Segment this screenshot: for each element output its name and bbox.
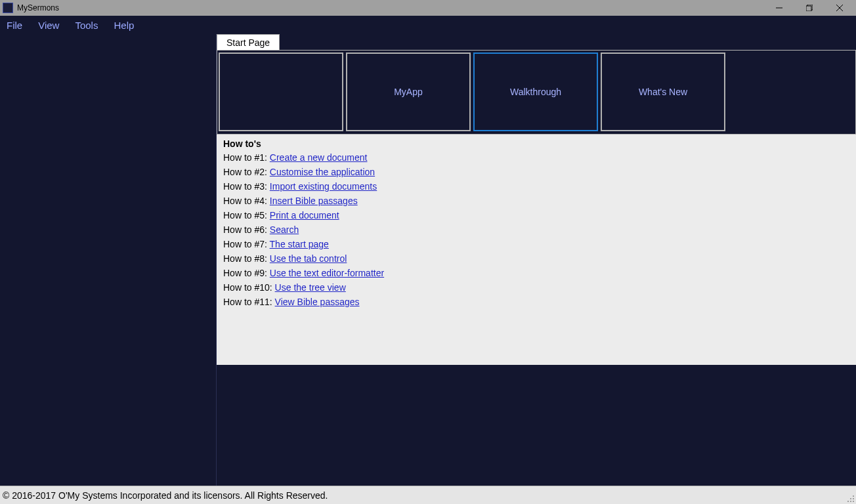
howto-item-label: How to #4: bbox=[223, 196, 270, 206]
close-button[interactable] bbox=[824, 0, 855, 16]
resize-grip[interactable] bbox=[847, 495, 855, 503]
howto-item: How to #1: Create a new document bbox=[223, 150, 849, 165]
howto-list: How to #1: Create a new document How to … bbox=[217, 150, 856, 313]
window-title: MySermons bbox=[17, 3, 59, 12]
howto-item-label: How to #6: bbox=[223, 224, 270, 235]
close-icon bbox=[836, 5, 843, 11]
svg-rect-2 bbox=[806, 6, 811, 11]
howto-link-create-document[interactable]: Create a new document bbox=[270, 152, 368, 163]
svg-point-10 bbox=[853, 495, 854, 497]
svg-point-8 bbox=[847, 501, 849, 502]
status-bar: © 2016-2017 O'My Systems Incorporated an… bbox=[0, 486, 856, 504]
tab-label: Start Page bbox=[226, 37, 270, 48]
menu-tools[interactable]: Tools bbox=[75, 20, 98, 31]
howto-item-label: How to #9: bbox=[223, 268, 270, 278]
howto-panel: How to's How to #1: Create a new documen… bbox=[217, 134, 856, 365]
howto-item: How to #7: The start page bbox=[223, 237, 849, 251]
howto-link-print-document[interactable]: Print a document bbox=[270, 210, 339, 220]
minimize-button[interactable] bbox=[764, 0, 794, 16]
howto-item: How to #8: Use the tab control bbox=[223, 251, 849, 266]
card-myapp[interactable]: MyApp bbox=[346, 52, 471, 131]
howto-link-customise-application[interactable]: Customise the application bbox=[270, 167, 375, 177]
content-bottom-panel bbox=[217, 365, 856, 486]
howto-item-label: How to #2: bbox=[223, 167, 270, 177]
howto-item-label: How to #11: bbox=[223, 297, 275, 307]
menu-view[interactable]: View bbox=[38, 20, 59, 31]
howto-item: How to #3: Import existing documents bbox=[223, 179, 849, 194]
howto-link-use-tree-view[interactable]: Use the tree view bbox=[275, 282, 346, 293]
howto-item: How to #9: Use the text editor-formatter bbox=[223, 266, 849, 280]
howto-item-label: How to #3: bbox=[223, 181, 270, 192]
card-label: What's New bbox=[639, 87, 687, 97]
maximize-icon bbox=[806, 5, 813, 11]
howto-item-label: How to #7: bbox=[223, 239, 270, 249]
maximize-button[interactable] bbox=[794, 0, 824, 16]
card-label: MyApp bbox=[394, 87, 423, 97]
howto-link-start-page[interactable]: The start page bbox=[270, 239, 329, 249]
card-blank[interactable] bbox=[219, 52, 343, 131]
content-area: Start Page MyApp Walkthrough What's New … bbox=[217, 34, 856, 486]
menu-help[interactable]: Help bbox=[114, 20, 134, 31]
howto-link-insert-bible-passages[interactable]: Insert Bible passages bbox=[270, 196, 358, 206]
window-controls bbox=[764, 0, 855, 16]
svg-point-6 bbox=[850, 501, 851, 502]
howto-item: How to #5: Print a document bbox=[223, 208, 849, 222]
howto-item: How to #2: Customise the application bbox=[223, 165, 849, 179]
card-label: Walkthrough bbox=[510, 87, 561, 97]
howto-item: How to #11: View Bible passages bbox=[223, 295, 849, 309]
howto-item: How to #6: Search bbox=[223, 222, 849, 237]
menu-bar: File View Tools Help bbox=[0, 16, 856, 34]
howto-link-view-bible-passages[interactable]: View Bible passages bbox=[275, 297, 360, 307]
tab-row: Start Page bbox=[217, 34, 856, 50]
app-icon bbox=[3, 3, 13, 13]
howto-link-use-text-editor[interactable]: Use the text editor-formatter bbox=[270, 268, 384, 278]
minimize-icon bbox=[776, 5, 782, 11]
tab-start-page[interactable]: Start Page bbox=[217, 34, 280, 50]
resize-grip-icon bbox=[847, 495, 855, 503]
main-area: Start Page MyApp Walkthrough What's New … bbox=[0, 34, 856, 486]
title-bar: MySermons bbox=[0, 0, 856, 16]
card-whats-new[interactable]: What's New bbox=[601, 52, 725, 131]
svg-point-9 bbox=[850, 498, 851, 499]
howto-item: How to #4: Insert Bible passages bbox=[223, 194, 849, 208]
sidebar bbox=[0, 34, 217, 486]
howto-link-use-tab-control[interactable]: Use the tab control bbox=[270, 253, 347, 264]
footer-text: © 2016-2017 O'My Systems Incorporated an… bbox=[3, 490, 328, 501]
svg-point-7 bbox=[853, 498, 854, 499]
howto-link-search[interactable]: Search bbox=[270, 224, 299, 235]
menu-file[interactable]: File bbox=[7, 20, 22, 31]
cards-row: MyApp Walkthrough What's New bbox=[217, 50, 856, 134]
howto-link-import-documents[interactable]: Import existing documents bbox=[270, 181, 377, 192]
howto-item-label: How to #1: bbox=[223, 152, 270, 163]
howto-item: How to #10: Use the tree view bbox=[223, 280, 849, 295]
howto-item-label: How to #8: bbox=[223, 253, 270, 264]
svg-point-5 bbox=[853, 501, 854, 502]
howto-item-label: How to #5: bbox=[223, 210, 270, 220]
howto-header: How to's bbox=[217, 135, 856, 150]
card-walkthrough[interactable]: Walkthrough bbox=[473, 52, 598, 131]
howto-item-label: How to #10: bbox=[223, 282, 275, 293]
